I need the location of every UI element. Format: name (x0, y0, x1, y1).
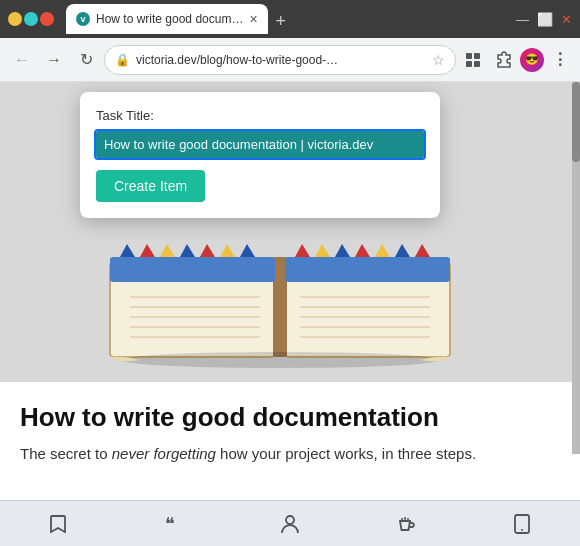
svg-marker-17 (315, 244, 330, 257)
svg-marker-10 (160, 244, 175, 257)
web-content-area: How to write good documentation The secr… (0, 382, 580, 500)
article-excerpt: The secret to never forgetting how your … (20, 443, 560, 466)
lock-icon: 🔒 (115, 53, 130, 67)
active-tab[interactable]: v How to write good docum… × (66, 4, 268, 34)
svg-marker-9 (140, 244, 155, 257)
svg-rect-2 (466, 61, 472, 67)
tab-title: How to write good docum… (96, 12, 243, 26)
traffic-lights (8, 12, 54, 26)
person-icon (279, 513, 301, 535)
minimize-button[interactable] (8, 12, 22, 26)
address-text: victoria.dev/blog/how-to-write-good-… (136, 53, 426, 67)
page-content: Task Title: Create Item (0, 82, 580, 500)
book-illustration (90, 202, 490, 382)
create-item-button[interactable]: Create Item (96, 170, 205, 202)
back-button[interactable]: ← (8, 46, 36, 74)
scrollbar-thumb[interactable] (572, 82, 580, 162)
user-avatar[interactable]: 😎 (520, 48, 544, 72)
bookmark-star-button[interactable]: ☆ (432, 52, 445, 68)
svg-marker-12 (200, 244, 215, 257)
bookmark-toolbar-button[interactable] (38, 504, 78, 544)
svg-rect-1 (474, 53, 480, 59)
book-svg (90, 202, 470, 372)
person-toolbar-button[interactable] (270, 504, 310, 544)
bookmark-icon (47, 513, 69, 535)
refresh-button[interactable]: ↻ (72, 46, 100, 74)
svg-marker-19 (355, 244, 370, 257)
task-popup: Task Title: Create Item (80, 92, 440, 218)
svg-rect-3 (474, 61, 480, 67)
coffee-toolbar-button[interactable] (386, 504, 426, 544)
new-tab-button[interactable]: + (268, 8, 295, 34)
extension-button-2[interactable] (490, 47, 516, 73)
svg-text:❝: ❝ (165, 514, 175, 534)
close-window-button[interactable] (40, 12, 54, 26)
svg-marker-20 (375, 244, 390, 257)
svg-marker-22 (415, 244, 430, 257)
svg-marker-18 (335, 244, 350, 257)
svg-marker-14 (240, 244, 255, 257)
tab-bar: v How to write good docum… × + (66, 4, 512, 34)
svg-rect-15 (285, 257, 450, 282)
task-title-input[interactable] (96, 131, 424, 158)
svg-rect-0 (466, 53, 472, 59)
svg-marker-8 (120, 244, 135, 257)
puzzle-icon (494, 51, 512, 69)
scrollbar[interactable] (572, 82, 580, 454)
browser-menu-button[interactable]: ⋮ (548, 50, 572, 69)
maximize-button[interactable] (24, 12, 38, 26)
quote-icon: ❝ (163, 513, 185, 535)
ext1-icon (464, 51, 482, 69)
browser-frame: v How to write good docum… × + — ⬜ ✕ ← →… (0, 0, 580, 546)
quote-toolbar-button[interactable]: ❝ (154, 504, 194, 544)
extensions-area: 😎 ⋮ (460, 47, 572, 73)
tab-favicon: v (76, 12, 90, 26)
coffee-icon (395, 513, 417, 535)
svg-marker-16 (295, 244, 310, 257)
svg-marker-11 (180, 244, 195, 257)
bottom-toolbar: ❝ (0, 500, 580, 546)
nav-bar: ← → ↻ 🔒 victoria.dev/blog/how-to-write-g… (0, 38, 580, 82)
svg-marker-13 (220, 244, 235, 257)
svg-marker-21 (395, 244, 410, 257)
svg-point-35 (286, 516, 294, 524)
win-restore-icon[interactable]: ⬜ (537, 12, 553, 27)
task-title-label: Task Title: (96, 108, 424, 123)
tablet-toolbar-button[interactable] (502, 504, 542, 544)
win-close-icon[interactable]: ✕ (561, 12, 572, 27)
win-minimize-icon[interactable]: — (516, 12, 529, 27)
svg-rect-6 (273, 257, 287, 357)
forward-button[interactable]: → (40, 46, 68, 74)
svg-point-40 (521, 529, 523, 531)
svg-rect-7 (110, 257, 275, 282)
svg-point-23 (120, 352, 440, 368)
title-bar: v How to write good docum… × + — ⬜ ✕ (0, 0, 580, 38)
article-title: How to write good documentation (20, 402, 560, 433)
tab-close-button[interactable]: × (249, 12, 257, 26)
tablet-icon (511, 513, 533, 535)
address-bar[interactable]: 🔒 victoria.dev/blog/how-to-write-good-… … (104, 45, 456, 75)
extension-button-1[interactable] (460, 47, 486, 73)
